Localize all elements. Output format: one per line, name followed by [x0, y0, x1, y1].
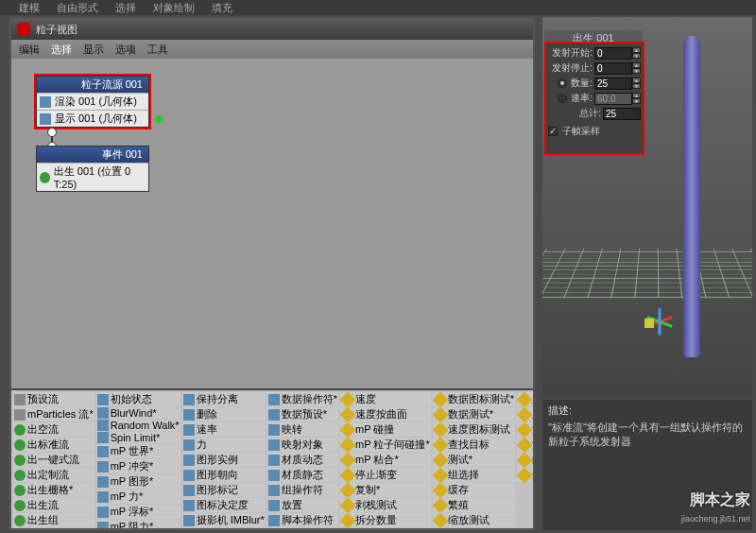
node-title[interactable]: 事件 001: [37, 146, 148, 163]
depot-operator[interactable]: Spin Limit*: [96, 432, 180, 443]
node-title[interactable]: 粒子流源 001: [37, 77, 148, 93]
top-tab[interactable]: 自由形式: [57, 1, 98, 15]
depot-operator[interactable]: mP 力*: [96, 490, 180, 504]
depot-operator[interactable]: 渲染: [517, 438, 533, 452]
depot-operator[interactable]: 速率: [182, 422, 266, 437]
amount-input[interactable]: [594, 77, 632, 90]
operator-icon: [340, 453, 355, 467]
depot-operator[interactable]: 预设流: [13, 392, 94, 406]
depot-operator[interactable]: 复制*: [340, 483, 431, 497]
depot-operator[interactable]: 数据测试*: [433, 407, 515, 421]
operator-icon: [14, 470, 26, 481]
depot-operator[interactable]: Random Walk*: [96, 420, 180, 431]
menu-select[interactable]: 选择: [51, 43, 72, 57]
depot-operator[interactable]: 显示数据*: [517, 392, 533, 406]
depot-operator[interactable]: 放置: [267, 498, 338, 512]
depot-operator[interactable]: mP 冲突*: [96, 459, 180, 473]
depot-operator[interactable]: 数据图标测试*: [433, 392, 515, 406]
node-operator-row[interactable]: 渲染 001 (几何体): [37, 93, 148, 110]
depot-operator[interactable]: 图形标记: [182, 483, 266, 497]
depot-operator[interactable]: 组操作符: [267, 483, 338, 497]
top-tab[interactable]: 建模: [19, 1, 40, 15]
depot-operator[interactable]: 出空流: [13, 422, 94, 437]
depot-operator[interactable]: 摄影机 IMBlur*: [182, 513, 266, 527]
depot-operator[interactable]: 数据预设*: [267, 407, 338, 421]
menu-edit[interactable]: 编辑: [19, 43, 40, 57]
depot-operator[interactable]: 保持分离: [182, 392, 266, 406]
amount-radio[interactable]: [558, 78, 567, 88]
emit-start-input[interactable]: [594, 47, 632, 60]
depot-operator[interactable]: 拆分数量: [340, 513, 431, 527]
operator-icon: [14, 409, 26, 421]
depot-operator[interactable]: mP 粘合*: [340, 453, 431, 467]
top-tab[interactable]: 对象绘制: [153, 1, 195, 15]
depot-operator[interactable]: 缓存: [433, 483, 515, 497]
output-socket[interactable]: [155, 115, 163, 123]
depot-operator[interactable]: 速度图标测试: [433, 422, 515, 437]
ground-grid: [542, 249, 752, 298]
depot-operator[interactable]: 停止渐变: [340, 468, 431, 482]
depot-operator[interactable]: mP 粒子间碰撞*: [340, 438, 431, 452]
transform-gizmo[interactable]: [639, 303, 677, 341]
top-tab[interactable]: 选择: [115, 1, 136, 15]
top-tab[interactable]: 填充: [212, 1, 232, 15]
depot-operator[interactable]: 组选择: [433, 468, 515, 482]
depot-operator[interactable]: 材质静态: [267, 468, 338, 482]
depot-operator[interactable]: 出生组: [13, 513, 94, 527]
depot-operator[interactable]: mP 碰撞: [340, 422, 431, 437]
depot-operator[interactable]: 脚本操作符: [267, 513, 338, 527]
menu-display[interactable]: 显示: [83, 43, 104, 57]
depot-operator[interactable]: 出定制流: [13, 468, 94, 482]
operator-icon: [433, 483, 448, 497]
spinner-down[interactable]: ▼: [632, 83, 641, 89]
operator-icon: [517, 407, 532, 421]
total-input[interactable]: [603, 108, 641, 120]
depot-operator[interactable]: 注释: [517, 422, 533, 437]
depot-operator[interactable]: 图形朝向: [182, 468, 266, 482]
node-operator-row[interactable]: 出生 001 (位置 0 T:25): [37, 163, 148, 191]
depot-operator[interactable]: mP 阻力*: [96, 520, 180, 528]
menu-options[interactable]: 选项: [115, 43, 136, 57]
depot-operator[interactable]: 选存选择性: [517, 468, 533, 482]
output-connector[interactable]: [47, 128, 57, 137]
depot-operator[interactable]: mParticles 流*: [13, 407, 94, 421]
subframe-checkbox[interactable]: [548, 127, 558, 136]
dialog-titlebar[interactable]: 粒子视图: [11, 19, 533, 40]
depot-operator[interactable]: 映射对象: [267, 438, 338, 452]
depot-operator[interactable]: 测试*: [433, 453, 515, 467]
emit-stop-input[interactable]: [594, 62, 632, 75]
depot-operator[interactable]: 出标准流: [13, 438, 94, 452]
depot-operator[interactable]: 查找目标: [433, 438, 515, 452]
depot-operator[interactable]: 删除: [182, 407, 266, 421]
depot-operator[interactable]: 数据操作符*: [267, 392, 338, 406]
depot-operator[interactable]: 出一键式流: [13, 453, 94, 467]
depot-operator[interactable]: 繁殖: [433, 498, 515, 512]
node-operator-row[interactable]: 显示 001 (几何体): [37, 110, 148, 127]
depot-operator[interactable]: 映转: [267, 422, 338, 437]
flow-source-node[interactable]: 粒子流源 001 渲染 001 (几何体) 显示 001 (几何体): [36, 76, 149, 128]
depot-operator[interactable]: 出生栅格*: [13, 483, 94, 497]
depot-operator[interactable]: 初始状态: [96, 392, 180, 406]
depot-operator[interactable]: 剥栈测试: [340, 498, 431, 512]
emitter-geometry[interactable]: [683, 36, 700, 357]
rate-radio[interactable]: [558, 94, 567, 103]
depot-operator[interactable]: 速度: [340, 392, 431, 406]
spinner-down[interactable]: ▼: [632, 68, 641, 74]
depot-operator[interactable]: 显示脚本*: [517, 407, 533, 421]
depot-operator[interactable]: 材质动态: [267, 453, 338, 467]
depot-operator[interactable]: 图标决定度: [182, 498, 266, 512]
depot-operator[interactable]: 缓存磁盘: [517, 453, 533, 467]
menu-tools[interactable]: 工具: [147, 43, 168, 57]
depot-operator[interactable]: 出生流: [13, 498, 94, 512]
depot-operator[interactable]: 力: [182, 438, 266, 452]
particle-graph[interactable]: 粒子流源 001 渲染 001 (几何体) 显示 001 (几何体) 事件 00…: [11, 59, 533, 388]
depot-operator[interactable]: mP 图形*: [96, 474, 180, 489]
depot-operator[interactable]: mP 浮标*: [96, 505, 180, 519]
depot-operator[interactable]: 图形实例: [182, 453, 266, 467]
event-node[interactable]: 事件 001 出生 001 (位置 0 T:25): [36, 146, 149, 192]
depot-operator[interactable]: BlurWind*: [96, 407, 180, 419]
depot-operator[interactable]: 速度按曲面: [340, 407, 431, 421]
depot-operator[interactable]: mP 世界*: [96, 444, 180, 458]
depot-operator[interactable]: 缩放测试: [433, 513, 515, 527]
spinner-down[interactable]: ▼: [632, 53, 641, 59]
